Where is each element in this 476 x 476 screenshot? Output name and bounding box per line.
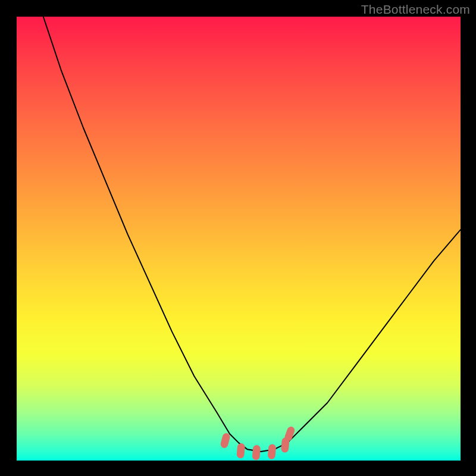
trough-marker	[236, 443, 245, 458]
trough-marker	[252, 444, 261, 460]
bottleneck-curve	[43, 17, 461, 452]
chart-frame: TheBottleneck.com	[0, 0, 476, 476]
trough-marker	[220, 433, 231, 449]
watermark-text: TheBottleneck.com	[361, 2, 470, 17]
trough-marker	[268, 444, 277, 459]
trough-markers-group	[220, 425, 296, 461]
plot-area	[17, 17, 461, 461]
chart-svg	[17, 17, 461, 461]
